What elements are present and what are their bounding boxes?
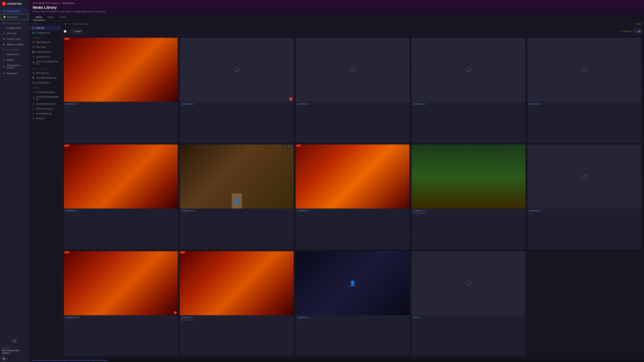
view-toggle: ≡ ⊞	[634, 29, 641, 33]
media-info: Locked Cut v4 —	[296, 102, 410, 108]
media-title[interactable]: Locked Cut	[413, 103, 423, 105]
media-title[interactable]: Locked Cut	[181, 103, 191, 105]
status-bar: https://contenthub.test.netflixstudios.c…	[29, 359, 644, 362]
media-title[interactable]: Locked Cut	[297, 103, 307, 105]
left-panel-localization[interactable]: 🌐 Localization (0)	[30, 30, 60, 35]
media-title[interactable]: Locked Cut	[297, 210, 307, 212]
left-panel-look-interchange[interactable]: 🔧 Look & Interchange Files (0)	[30, 59, 60, 66]
media-title[interactable]: Locked Cut	[181, 210, 191, 212]
media-card[interactable]: Locked Cut v2 —	[528, 38, 641, 142]
select-all-checkbox[interactable]	[64, 30, 66, 32]
media-title[interactable]: Locked Cut	[529, 103, 539, 105]
content-area: REVIEW 🎬 Cuts (14) 🌐 Localization (0) FO…	[29, 20, 644, 359]
sidebar-item-vfx-pulls[interactable]: ✦ VFX Pulls	[1, 31, 28, 36]
media-card[interactable]: 👤 Locked Cut v1 —	[296, 251, 410, 356]
breadcrumb-project[interactable]: NPS Training TEST: Season 1	[33, 2, 60, 4]
library-label: LIBRARY	[29, 86, 61, 90]
page-title: Media Library	[33, 5, 641, 10]
left-panel-sound-roll[interactable]: 🎙 Sound Roll (10)	[30, 54, 60, 59]
sidebar-item-workspace[interactable]: 📁 Workspace	[1, 14, 28, 20]
media-card[interactable]: Locked Cut v4 —	[296, 38, 410, 142]
sidebar-item-label: Media Library	[7, 10, 20, 12]
legacy-section-label: LEGACY FEATURES	[0, 47, 29, 51]
media-card[interactable]: 👤 00:07:25:09 Locked Cut v6 —	[180, 144, 294, 249]
sort-button[interactable]: ⇅ Multiple ▾	[621, 30, 632, 32]
media-title[interactable]: Locked Cut	[413, 210, 423, 212]
media-title[interactable]: Locked Cut	[65, 316, 76, 319]
left-panel-internal-servicing[interactable]: 🖥 Internal Servicing Master (0)	[30, 95, 60, 101]
media-subtitle: —	[297, 212, 408, 214]
sidebar-item-shipments-devices[interactable]: ⊡ Shipments & Devices	[1, 63, 28, 70]
sidebar-item-workspace-legacy[interactable]: ⊟ Workspace	[1, 70, 28, 76]
media-card[interactable]: CORE Locked Cut v7 —	[64, 38, 178, 142]
filter-icon-button[interactable]: ⚙	[64, 22, 68, 26]
media-card[interactable]: CORE Locked Cut v4 —	[296, 144, 410, 249]
left-panel-clips[interactable]: 🎞 Clips (210)	[30, 45, 60, 49]
sidebar-item-mailbox[interactable]: ✉ Mailbox	[1, 57, 28, 62]
sidebar-item-delivery-list[interactable]: ≡ Delivery List	[1, 52, 28, 57]
media-card[interactable]: CORE ↑ Locked Cut v14 —	[64, 251, 178, 356]
grid-view-button[interactable]: ⊞	[637, 29, 641, 33]
media-subtitle: —	[65, 319, 176, 321]
media-title[interactable]: Locked Cut	[65, 103, 76, 105]
media-card[interactable]: CORE Locked Cut v2 —	[64, 144, 178, 249]
media-title-row: Other v4	[413, 316, 524, 319]
media-title-row: Locked Cut v7	[181, 316, 292, 319]
left-panel-visual-effects[interactable]: ✦ Visual Effects (0)	[30, 111, 60, 116]
tab-history[interactable]: History	[57, 14, 69, 20]
left-panel-picture-mastering[interactable]: 🖥 Picture Mastering (0)	[30, 90, 60, 94]
media-subtitle: —	[65, 212, 176, 214]
media-title-row: Locked Cut v14	[65, 316, 176, 319]
media-card[interactable]: Other v4 —	[412, 251, 526, 356]
left-panel-shots-beta[interactable]: 🎞 Shots (Beta) (0)	[30, 40, 60, 44]
tab-queue[interactable]: Queue	[45, 14, 57, 20]
clips-icon: 🎞	[32, 46, 35, 48]
left-panel-vfx-shots[interactable]: 🎞 VFX Shots (0)	[30, 71, 60, 75]
media-title-row: Locked Cut v4	[297, 210, 408, 212]
sidebar-item-conform-pulls[interactable]: ⊞ Conform Pulls	[1, 36, 28, 41]
left-panel-music[interactable]: 🎵 Music (0)	[30, 116, 60, 121]
collapse-sidebar-button[interactable]: ⇄	[12, 339, 17, 343]
media-title[interactable]: Other	[413, 316, 418, 319]
upload-badge: ↑	[174, 311, 177, 314]
left-panel-cuts[interactable]: 🎬 Cuts (14)	[30, 26, 60, 30]
list-view-button[interactable]: ≡	[634, 29, 637, 33]
media-info: Locked Cut v6 Ep 5 Episode 5	[412, 209, 526, 215]
svg-rect-9	[582, 68, 586, 71]
left-panel-vfx-plates[interactable]: 🎞 VFX Plates (0)	[30, 80, 60, 85]
left-panel-vfx-media-review[interactable]: 🔍 VFX Media Review (0)	[30, 76, 60, 80]
sidebar-item-footage-ingest[interactable]: ↓ Footage Ingest	[1, 25, 28, 30]
upload-button[interactable]: ↑ Upload	[70, 29, 83, 33]
media-card[interactable]: Locked Cut v4 —	[412, 38, 526, 142]
add-filter-button[interactable]: +	[69, 22, 72, 26]
reset-filter-button[interactable]: Reset	[636, 23, 641, 25]
sidebar: N Content Hub ⊞ Media Library 📁 Workspac…	[0, 0, 29, 362]
media-card[interactable]: Locked Cut v7 —	[528, 144, 641, 249]
media-title[interactable]: Locked Cut	[297, 316, 307, 319]
corner-badge: CORE	[64, 144, 70, 147]
media-title[interactable]: Locked Cut	[181, 316, 191, 319]
toolbar-divider	[68, 30, 68, 33]
media-card[interactable]: Locked Cut v6 Ep 5 Episode 5	[412, 144, 526, 249]
svg-marker-10	[586, 68, 588, 70]
help-icon[interactable]: ?	[26, 358, 27, 360]
media-title-row: Locked Cut v4	[297, 103, 408, 105]
sidebar-item-media-library[interactable]: ⊞ Media Library	[1, 8, 28, 14]
sort-label: Multiple	[624, 30, 630, 32]
workflows-section: ↓ Footage Ingest ✦ VFX Pulls ⊞ Conform P…	[0, 25, 29, 47]
media-thumbnail: !	[180, 38, 294, 102]
tab-library[interactable]: Library	[33, 14, 45, 20]
left-panel-camera-roll[interactable]: 📷 Camera Roll (26)	[30, 50, 60, 54]
media-title[interactable]: Locked Cut	[65, 210, 76, 212]
review-section: REVIEW 🎬 Cuts (14) 🌐 Localization (0)	[29, 22, 61, 35]
svg-marker-16	[470, 282, 472, 284]
sidebar-item-delivery-netflix[interactable]: ▶ Delivery to Netflix	[1, 42, 28, 47]
left-panel-sound-mastering[interactable]: 🎵 Sound Mastering (46)	[30, 102, 60, 106]
filter-input[interactable]	[73, 23, 634, 25]
sort-icon: ⇅	[621, 30, 623, 32]
media-card[interactable]: ! Locked Cut v5 —	[180, 38, 294, 142]
shots-icon: 🎞	[32, 41, 35, 43]
media-card[interactable]: CORE Locked Cut v7 Ep 2 Episode 1	[180, 251, 294, 356]
left-panel-editorial-library[interactable]: ✂ Editorial Library (0)	[30, 106, 60, 111]
media-title[interactable]: Locked Cut	[529, 210, 539, 212]
